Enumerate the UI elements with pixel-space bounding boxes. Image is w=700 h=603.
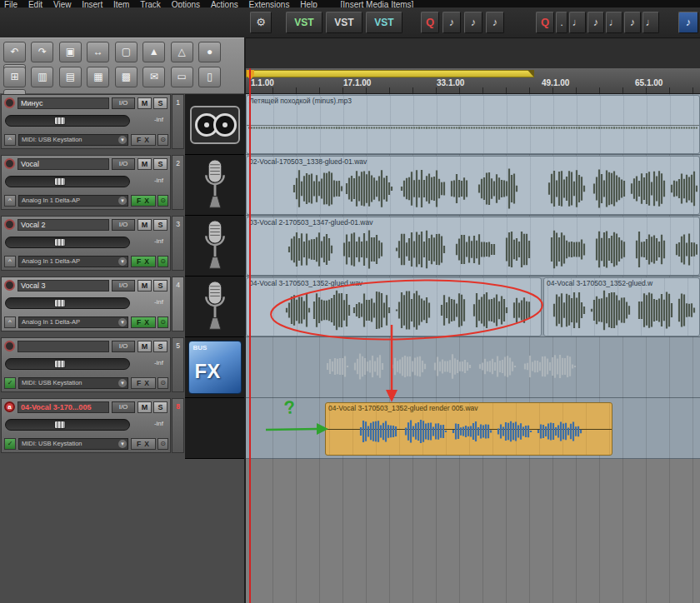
midi-note-button-blue[interactable]: ♪ bbox=[678, 12, 698, 33]
input-selector[interactable]: MIDI: USB Keystation▼ bbox=[18, 377, 128, 389]
media-item-render[interactable]: 04-Vocal 3-170503_1352-glued render 005.… bbox=[325, 402, 612, 456]
item-lock-icon[interactable]: ▣ bbox=[59, 42, 82, 62]
io-button[interactable]: I/O bbox=[112, 401, 135, 413]
track-name-field[interactable]: Vocal 3 bbox=[18, 280, 109, 292]
note-button-2[interactable]: ♪ bbox=[464, 12, 482, 33]
media-item-vocal3-b[interactable]: 04-Vocal 3-170503_1352-glued.w bbox=[543, 277, 700, 336]
media-item-vocal3-a[interactable]: 04-Vocal 3-170503_1352-glued.wav bbox=[246, 277, 542, 336]
input-selector[interactable]: MIDI: USB Keystation▼ bbox=[18, 134, 128, 146]
vst-button-1[interactable]: VST bbox=[286, 12, 322, 33]
loop-selection[interactable] bbox=[246, 70, 534, 77]
track-panel-vocal3[interactable]: Vocal 3 I/O M S -inf ^ Analog In 1 Delta… bbox=[1, 277, 171, 331]
quantize-button[interactable]: Q bbox=[421, 12, 439, 33]
record-mode-icon[interactable]: ● bbox=[198, 42, 221, 62]
note-button-3[interactable]: ♪ bbox=[486, 12, 504, 33]
track-number[interactable]: 5 bbox=[172, 337, 184, 392]
volume-fader[interactable] bbox=[5, 358, 130, 370]
fx-button[interactable]: FX bbox=[131, 195, 156, 207]
solo-button[interactable]: S bbox=[153, 341, 168, 352]
track-icon-cell-tape[interactable] bbox=[185, 94, 244, 155]
envelope-button[interactable]: ^ bbox=[4, 195, 16, 207]
mute-button[interactable]: M bbox=[138, 280, 152, 292]
dot-button[interactable]: . bbox=[556, 12, 568, 33]
track-icon-cell-empty[interactable] bbox=[185, 398, 244, 459]
envelope-button[interactable]: ^ bbox=[4, 134, 16, 146]
track-icon-cell-mic[interactable] bbox=[185, 155, 244, 216]
vst-button-3[interactable]: VST bbox=[366, 12, 402, 33]
fx-power-button[interactable]: ⊙ bbox=[158, 195, 168, 207]
volume-fader[interactable] bbox=[5, 297, 130, 309]
metronome-icon[interactable]: △ bbox=[171, 42, 193, 62]
fx-button[interactable]: FX bbox=[131, 256, 156, 267]
record-arm-button[interactable] bbox=[4, 158, 15, 169]
note-button-1[interactable]: ♪ bbox=[442, 12, 461, 33]
menu-item-actions[interactable]: Actions bbox=[211, 0, 238, 7]
io-button[interactable]: I/O bbox=[112, 219, 135, 231]
track-name-field[interactable]: Vocal 2 bbox=[18, 219, 109, 231]
record-arm-button[interactable] bbox=[4, 97, 15, 108]
fx-power-button[interactable]: ⊙ bbox=[158, 316, 168, 328]
note-button-r1[interactable]: ♩ bbox=[569, 12, 586, 33]
volume-fader[interactable] bbox=[5, 419, 130, 431]
track-panel-vocal[interactable]: Vocal I/O M S -inf ^ Analog In 1 Delta-A… bbox=[1, 155, 171, 210]
item-group-icon[interactable]: ▤ bbox=[59, 67, 82, 87]
media-item-minus[interactable]: Летящей походкой (minus).mp3 bbox=[246, 95, 700, 154]
item-fade-icon[interactable]: ▥ bbox=[31, 67, 53, 87]
track-name-field[interactable] bbox=[18, 341, 109, 352]
track-name-field[interactable]: Vocal bbox=[18, 158, 109, 170]
track-icon-cell-fxbus[interactable]: BUS FX bbox=[185, 337, 244, 398]
volume-fader[interactable] bbox=[5, 176, 130, 187]
envelope-button[interactable]: ✓ bbox=[4, 438, 16, 450]
envelope-button[interactable]: ✓ bbox=[4, 377, 16, 389]
track-panel-vocal2[interactable]: Vocal 2 I/O M S -inf ^ Analog In 1 Delta… bbox=[1, 216, 171, 271]
menu-item-edit[interactable]: Edit bbox=[28, 0, 42, 7]
fx-button[interactable]: FX bbox=[131, 377, 156, 389]
track-number[interactable]: 4 bbox=[172, 277, 184, 331]
note-button-r3[interactable]: ♩ bbox=[606, 12, 622, 33]
record-arm-button[interactable] bbox=[4, 219, 15, 230]
move-cursor-icon[interactable]: ↔ bbox=[87, 42, 109, 62]
volume-fader[interactable] bbox=[5, 237, 130, 248]
mute-button[interactable]: M bbox=[138, 97, 152, 109]
media-item-vocal2[interactable]: 03-Vocal 2-170503_1347-glued-01.wav bbox=[246, 217, 700, 276]
empty-arrange-area[interactable] bbox=[246, 459, 700, 603]
solo-button[interactable]: S bbox=[153, 158, 168, 170]
input-selector[interactable]: MIDI: USB Keystation▼ bbox=[18, 438, 128, 450]
track-icon-cell-mic[interactable] bbox=[185, 277, 244, 337]
input-selector[interactable]: Analog In 1 Delta-AP▼ bbox=[18, 256, 128, 267]
menu-item-file[interactable]: File bbox=[4, 0, 18, 7]
note-button-r2[interactable]: ♪ bbox=[588, 12, 604, 33]
menu-item-insert-media-items[interactable]: [Insert Media Items] bbox=[341, 0, 414, 7]
io-button[interactable]: I/O bbox=[112, 158, 135, 170]
note-button-r4[interactable]: ♪ bbox=[624, 12, 641, 33]
menu-item-extensions[interactable]: Extensions bbox=[248, 0, 289, 7]
io-button[interactable]: I/O bbox=[112, 280, 135, 292]
menu-item-options[interactable]: Options bbox=[172, 0, 200, 7]
record-arm-button[interactable] bbox=[4, 341, 15, 351]
fx-power-button[interactable]: ⊙ bbox=[158, 377, 168, 389]
track-number[interactable]: 1 bbox=[172, 94, 184, 149]
io-button[interactable]: I/O bbox=[112, 97, 135, 109]
io-button[interactable]: I/O bbox=[112, 341, 135, 352]
media-explorer-icon[interactable]: ▭ bbox=[171, 67, 193, 87]
mute-button[interactable]: M bbox=[138, 401, 152, 413]
track-name-field[interactable]: Минус bbox=[18, 97, 109, 109]
note-button-r5[interactable]: ♩ bbox=[642, 12, 659, 33]
envelope-point-icon[interactable]: ▲ bbox=[142, 42, 165, 62]
midi-editor-icon[interactable]: ▩ bbox=[115, 67, 138, 87]
envelope-button[interactable]: ^ bbox=[4, 256, 16, 267]
track-number[interactable]: 3 bbox=[172, 216, 184, 271]
mute-button[interactable]: M bbox=[138, 341, 152, 352]
solo-button[interactable]: S bbox=[153, 401, 168, 413]
timeline-ruler[interactable]: 1.1.00 17.1.00 33.1.00 49.1.00 65.1.00 bbox=[246, 68, 700, 94]
envelope-button[interactable]: ^ bbox=[4, 316, 16, 328]
menu-item-track[interactable]: Track bbox=[140, 0, 161, 7]
media-item-vocal1[interactable]: 02-Vocal-170503_1338-glued-01.wav bbox=[246, 156, 700, 215]
fx-power-button[interactable]: ⊙ bbox=[158, 438, 168, 450]
fx-power-button[interactable]: ⊙ bbox=[158, 256, 168, 267]
solo-button[interactable]: S bbox=[153, 97, 168, 109]
track-name-field[interactable]: 04-Vocal 3-170...005 bbox=[18, 401, 109, 413]
menu-item-help[interactable]: Help bbox=[300, 0, 318, 7]
panel-arrange-divider[interactable] bbox=[244, 37, 246, 603]
fx-button[interactable]: FX bbox=[131, 134, 156, 146]
